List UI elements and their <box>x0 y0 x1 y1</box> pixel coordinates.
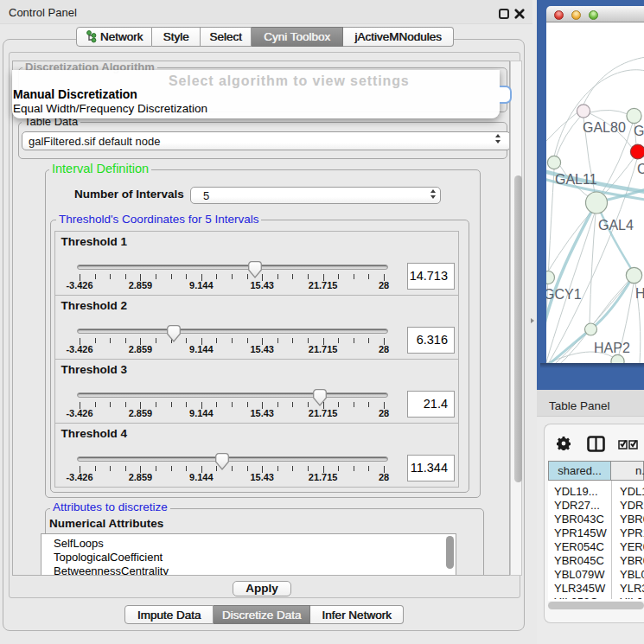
svg-text:CY: CY <box>637 162 644 176</box>
svg-text:GAL80: GAL80 <box>583 120 626 135</box>
svg-text:GCY1: GCY1 <box>546 287 582 302</box>
svg-text:HA: HA <box>635 286 644 301</box>
svg-text:GAL11: GAL11 <box>555 172 597 187</box>
svg-text:GA: GA <box>634 124 644 138</box>
svg-text:HAP2: HAP2 <box>594 341 630 355</box>
svg-text:GAL4: GAL4 <box>598 218 634 233</box>
